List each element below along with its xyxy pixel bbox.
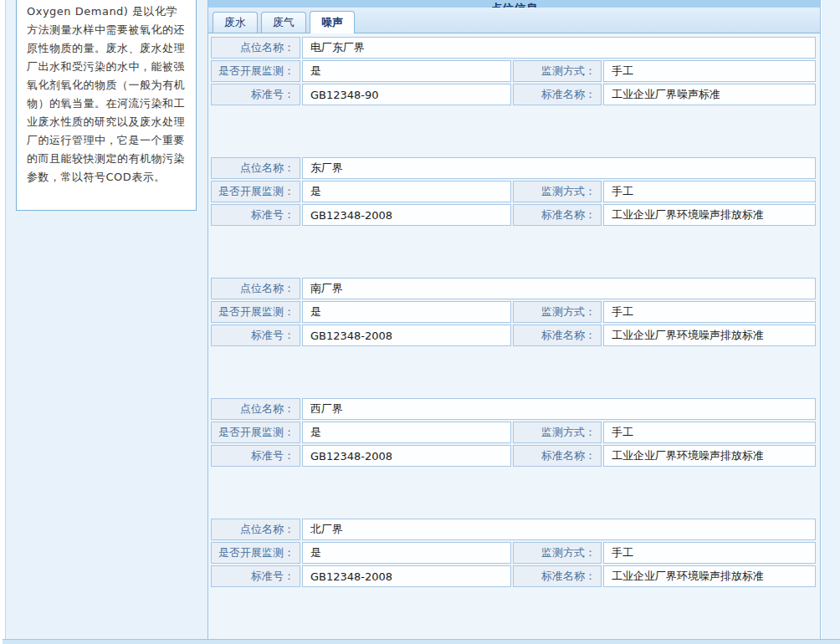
monitoring-method-label: 监测方式： (513, 181, 602, 202)
point-name-label: 点位名称： (211, 37, 300, 59)
monitoring-method-value: 手工 (603, 181, 816, 202)
monitoring-method-label: 监测方式： (513, 301, 602, 323)
table-row: 是否开展监测： 是 监测方式： 手工 (211, 60, 816, 82)
monitoring-method-value: 手工 (603, 542, 816, 564)
standard-no-value: GB12348-90 (302, 84, 511, 105)
bottom-strip (3, 639, 840, 644)
point-name-value: 西厂界 (302, 398, 816, 420)
cod-description-box: Oxygen Demand) 是以化学方法测量水样中需要被氧化的还原性物质的量。… (16, 0, 197, 211)
standard-no-label: 标准号： (211, 325, 300, 346)
monitoring-method-value: 手工 (603, 60, 816, 82)
monitoring-enabled-value: 是 (302, 60, 511, 82)
point-name-value: 北厂界 (302, 519, 816, 540)
table-row: 是否开展监测： 是 监测方式： 手工 (211, 301, 816, 323)
monitoring-enabled-label: 是否开展监测： (211, 301, 300, 323)
table-row: 标准号： GB12348-2008 标准名称： 工业企业厂界环境噪声排放标准 (211, 325, 816, 346)
cod-description-text: Oxygen Demand) 是以化学方法测量水样中需要被氧化的还原性物质的量。… (27, 3, 187, 187)
point-name-label: 点位名称： (211, 519, 300, 540)
monitoring-enabled-value: 是 (302, 422, 511, 443)
point-name-value: 电厂东厂界 (302, 37, 816, 59)
monitoring-enabled-value: 是 (302, 542, 511, 564)
left-column: Oxygen Demand) 是以化学方法测量水样中需要被氧化的还原性物质的量。… (5, 0, 207, 639)
table-row: 点位名称： 西厂界 (211, 398, 816, 420)
standard-no-label: 标准号： (211, 84, 300, 105)
point-info-table: 点位名称： 东厂界 是否开展监测： 是 监测方式： 手工 标准号： GB1234… (209, 156, 817, 227)
standard-no-value: GB12348-2008 (302, 204, 511, 226)
standard-no-label: 标准号： (211, 204, 300, 226)
monitoring-method-label: 监测方式： (513, 60, 602, 82)
standard-name-value: 工业企业厂界环境噪声排放标准 (603, 204, 816, 226)
standard-no-value: GB12348-2008 (302, 325, 511, 346)
tab-content-panel: 点位名称： 电厂东厂界 是否开展监测： 是 监测方式： 手工 标准号： GB12… (208, 33, 820, 639)
right-gutter (822, 0, 840, 639)
page-title-bar: 点位信息 (208, 0, 820, 8)
standard-name-label: 标准名称： (513, 565, 602, 587)
monitoring-enabled-label: 是否开展监测： (211, 542, 300, 564)
standard-name-label: 标准名称： (513, 325, 602, 346)
standard-no-label: 标准号： (211, 565, 300, 587)
monitoring-method-value: 手工 (603, 301, 816, 323)
point-info-table: 点位名称： 北厂界 是否开展监测： 是 监测方式： 手工 标准号： GB1234… (209, 517, 817, 589)
table-row: 标准号： GB12348-2008 标准名称： 工业企业厂界环境噪声排放标准 (211, 565, 816, 587)
standard-name-value: 工业企业厂界噪声标准 (603, 84, 816, 105)
monitoring-enabled-label: 是否开展监测： (211, 181, 300, 202)
monitoring-enabled-value: 是 (302, 181, 511, 202)
table-row: 是否开展监测： 是 监测方式： 手工 (211, 422, 816, 443)
table-row: 点位名称： 东厂界 (211, 157, 816, 179)
table-row: 点位名称： 北厂界 (211, 519, 816, 540)
standard-name-value: 工业企业厂界环境噪声排放标准 (603, 325, 816, 346)
main-panel: 点位信息 废水 废气 噪声 点位名称： 电厂东厂界 是否开展监测： 是 监测方式… (207, 0, 821, 639)
page: Oxygen Demand) 是以化学方法测量水样中需要被氧化的还原性物质的量。… (0, 0, 840, 644)
standard-no-value: GB12348-2008 (302, 445, 511, 467)
tab-wastewater[interactable]: 废水 (213, 12, 258, 33)
monitoring-enabled-label: 是否开展监测： (211, 422, 300, 443)
standard-name-label: 标准名称： (513, 204, 602, 226)
tab-waste-gas[interactable]: 废气 (261, 12, 306, 33)
monitoring-method-value: 手工 (603, 422, 816, 443)
standard-name-value: 工业企业厂界环境噪声排放标准 (603, 565, 816, 587)
monitoring-method-label: 监测方式： (513, 422, 602, 443)
points-list: 点位名称： 电厂东厂界 是否开展监测： 是 监测方式： 手工 标准号： GB12… (209, 35, 820, 589)
monitoring-enabled-label: 是否开展监测： (211, 60, 300, 82)
monitoring-method-label: 监测方式： (513, 542, 602, 564)
tab-strip: 废水 废气 噪声 (208, 8, 820, 33)
point-name-label: 点位名称： (211, 157, 300, 179)
table-row: 标准号： GB12348-2008 标准名称： 工业企业厂界环境噪声排放标准 (211, 204, 816, 226)
table-row: 是否开展监测： 是 监测方式： 手工 (211, 542, 816, 564)
point-name-value: 南厂界 (302, 278, 816, 299)
point-info-table: 点位名称： 西厂界 是否开展监测： 是 监测方式： 手工 标准号： GB1234… (209, 396, 817, 468)
table-row: 是否开展监测： 是 监测方式： 手工 (211, 181, 816, 202)
point-name-label: 点位名称： (211, 278, 300, 299)
standard-no-label: 标准号： (211, 445, 300, 467)
tab-noise[interactable]: 噪声 (310, 11, 355, 33)
standard-no-value: GB12348-2008 (302, 565, 511, 587)
point-info-table: 点位名称： 南厂界 是否开展监测： 是 监测方式： 手工 标准号： GB1234… (209, 276, 817, 348)
table-row: 点位名称： 南厂界 (211, 278, 816, 299)
monitoring-enabled-value: 是 (302, 301, 511, 323)
table-row: 标准号： GB12348-2008 标准名称： 工业企业厂界环境噪声排放标准 (211, 445, 816, 467)
point-info-table: 点位名称： 电厂东厂界 是否开展监测： 是 监测方式： 手工 标准号： GB12… (209, 35, 817, 107)
page-title: 点位信息 (491, 2, 538, 8)
table-row: 点位名称： 电厂东厂界 (211, 37, 816, 59)
standard-name-value: 工业企业厂界环境噪声排放标准 (603, 445, 816, 467)
point-name-value: 东厂界 (302, 157, 816, 179)
table-row: 标准号： GB12348-90 标准名称： 工业企业厂界噪声标准 (211, 84, 816, 105)
standard-name-label: 标准名称： (513, 84, 602, 105)
standard-name-label: 标准名称： (513, 445, 602, 467)
point-name-label: 点位名称： (211, 398, 300, 420)
